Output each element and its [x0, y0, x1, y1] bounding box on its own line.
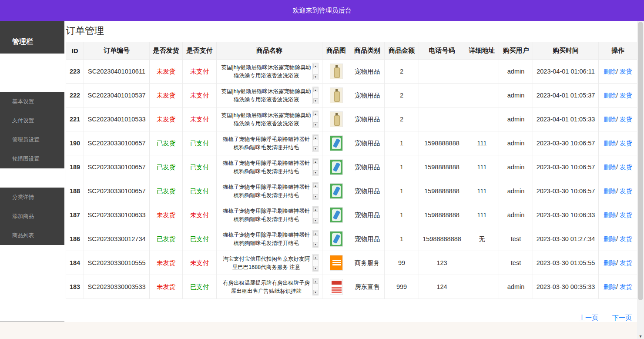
ship-link[interactable]: 发货	[620, 164, 632, 171]
product-name-box[interactable]: 淘宝支付宝信用代拍闲鱼京东好友阿里巴巴1688代商务服务 注意▲▼	[220, 254, 319, 272]
amount-cell: 2	[385, 60, 419, 84]
scroll-down-icon[interactable]: ▼	[313, 122, 318, 127]
phone-cell: 1598888888	[419, 203, 465, 227]
product-name-box[interactable]: 猫梳子宠物专用除浮毛刷撸猫神器针梳狗狗猫咪毛发清理开结毛▲▼	[220, 206, 319, 224]
ship-link[interactable]: 发货	[620, 188, 632, 195]
sidebar-item-admin-settings[interactable]: 管理员设置	[0, 130, 64, 149]
sidebar-item-product-management[interactable]: 商品管理	[0, 168, 64, 188]
scroll-up-icon[interactable]: ▲	[313, 135, 318, 140]
sidebar-item-product-list[interactable]: 商品列表	[0, 226, 64, 245]
product-name-box[interactable]: 英国jhly银渐层猫咪沐浴露宠物除臭幼猫洗澡专用浴液香波洗浴液▲▼	[220, 63, 319, 80]
scroll-up-icon[interactable]: ▲	[313, 111, 318, 116]
category-cell: 宠物用品	[350, 84, 385, 107]
table-body: 223SC20230401010611未发货未支付英国jhly银渐层猫咪沐浴露宠…	[66, 60, 637, 299]
scroll-up-icon[interactable]: ▲	[313, 159, 318, 164]
actions-cell: 删除/ 发货	[599, 131, 637, 155]
scroll-up-icon[interactable]: ▲	[313, 255, 318, 260]
order-id-cell: 183	[66, 275, 84, 299]
scroll-down-icon[interactable]: ▼	[313, 266, 318, 271]
sidebar-item-payment-settings[interactable]: 支付设置	[0, 111, 64, 130]
scroll-up-icon[interactable]: ▲	[313, 207, 318, 212]
scroll-up-icon[interactable]: ▲	[313, 279, 318, 284]
user-cell: admin	[499, 84, 533, 107]
sidebar-item-add-product[interactable]: 添加商品	[0, 207, 64, 226]
pay-status-cell: 未支付	[183, 84, 217, 107]
scrollbar-thumb[interactable]	[638, 22, 643, 300]
delete-link[interactable]: 删除	[604, 164, 616, 171]
scroll-down-icon[interactable]: ▼	[313, 242, 318, 247]
vertical-scrollbar[interactable]: ▼	[637, 21, 644, 339]
ship-link[interactable]: 发货	[620, 211, 632, 218]
textarea-scrollbar[interactable]: ▲▼	[312, 134, 319, 152]
product-name-box[interactable]: 英国jhly银渐层猫咪沐浴露宠物除臭幼猫洗澡专用浴液香波洗浴液▲▼	[220, 111, 319, 128]
order-id-cell: 186	[66, 227, 84, 251]
product-name-box[interactable]: 有房出租温馨提示牌有房出租牌子房屋出租出售广告贴纸标识挂牌▲▼	[220, 278, 319, 295]
product-name-cell: 猫梳子宠物专用除浮毛刷撸猫神器针梳狗狗猫咪毛发清理开结毛▲▼	[217, 203, 322, 227]
order-number-cell: SC20230330100633	[84, 203, 150, 227]
phone-cell: 124	[419, 275, 465, 299]
textarea-scrollbar[interactable]: ▲▼	[312, 278, 319, 295]
scroll-down-icon[interactable]: ▼	[313, 170, 318, 175]
address-cell	[465, 107, 499, 131]
delete-link[interactable]: 删除	[604, 188, 616, 195]
ship-status-cell: 未发货	[150, 84, 183, 107]
delete-link[interactable]: 删除	[604, 283, 616, 290]
textarea-scrollbar[interactable]: ▲▼	[312, 206, 319, 224]
delete-link[interactable]: 删除	[604, 235, 616, 242]
category-cell: 宠物用品	[350, 131, 385, 155]
scroll-down-icon[interactable]: ▼	[313, 98, 318, 103]
delete-link[interactable]: 删除	[604, 140, 616, 147]
sidebar-item-overview[interactable]: 整体详情	[0, 54, 64, 73]
textarea-scrollbar[interactable]: ▲▼	[312, 182, 319, 200]
row-actions: 删除/ 发货	[604, 68, 632, 75]
content-area: 订单管理 ID订单编号是否发货是否支付商品名称商品图商品类别商品金额电话号码详细…	[64, 21, 644, 322]
product-name-box[interactable]: 英国jhly银渐层猫咪沐浴露宠物除臭幼猫洗澡专用浴液香波洗浴液▲▼	[220, 87, 319, 104]
ship-link[interactable]: 发货	[620, 283, 632, 290]
product-name-cell: 英国jhly银渐层猫咪沐浴露宠物除臭幼猫洗澡专用浴液香波洗浴液▲▼	[217, 84, 322, 107]
textarea-scrollbar[interactable]: ▲▼	[312, 63, 319, 80]
scroll-up-icon[interactable]: ▲	[313, 64, 318, 68]
product-name-text: 英国jhly银渐层猫咪沐浴露宠物除臭幼猫洗澡专用浴液香波洗浴液	[220, 87, 312, 104]
delete-link[interactable]: 删除	[604, 211, 616, 218]
ship-link[interactable]: 发货	[620, 259, 632, 266]
scroll-up-icon[interactable]: ▲	[313, 87, 318, 92]
product-name-box[interactable]: 猫梳子宠物专用除浮毛刷撸猫神器针梳狗狗猫咪毛发清理开结毛▲▼	[220, 158, 319, 176]
product-name-box[interactable]: 猫梳子宠物专用除浮毛刷撸猫神器针梳狗狗猫咪毛发清理开结毛▲▼	[220, 134, 319, 152]
delete-link[interactable]: 删除	[604, 259, 616, 266]
textarea-scrollbar[interactable]: ▲▼	[312, 111, 319, 128]
order-id-cell: 187	[66, 203, 84, 227]
product-name-box[interactable]: 猫梳子宠物专用除浮毛刷撸猫神器针梳狗狗猫咪毛发清理开结毛▲▼	[220, 230, 319, 248]
prev-page-link[interactable]: 上一页	[579, 314, 598, 322]
ship-link[interactable]: 发货	[620, 68, 632, 75]
ship-status-cell: 未发货	[150, 60, 183, 84]
scroll-up-icon[interactable]: ▲	[313, 231, 318, 236]
textarea-scrollbar[interactable]: ▲▼	[312, 158, 319, 176]
scroll-down-icon[interactable]: ▼	[313, 74, 318, 79]
product-name-cell: 英国jhly银渐层猫咪沐浴露宠物除臭幼猫洗澡专用浴液香波洗浴液▲▼	[217, 107, 322, 131]
textarea-scrollbar[interactable]: ▲▼	[312, 254, 319, 272]
scroll-down-icon[interactable]: ▼	[313, 290, 318, 295]
scroll-down-icon[interactable]: ▼	[313, 146, 318, 151]
ship-link[interactable]: 发货	[620, 235, 632, 242]
sidebar-item-carousel-settings[interactable]: 轮播图设置	[0, 149, 64, 168]
delete-link[interactable]: 删除	[604, 116, 616, 123]
scrollbar-down-icon[interactable]: ▼	[637, 334, 644, 339]
product-name-box[interactable]: 猫梳子宠物专用除浮毛刷撸猫神器针梳狗狗猫咪毛发清理开结毛▲▼	[220, 182, 319, 200]
scroll-down-icon[interactable]: ▼	[313, 218, 318, 223]
product-image-comb	[330, 207, 343, 223]
ship-link[interactable]: 发货	[620, 140, 632, 147]
category-cell: 宠物用品	[350, 227, 385, 251]
sidebar-item-order-management[interactable]: 订单管理	[0, 245, 64, 264]
textarea-scrollbar[interactable]: ▲▼	[312, 230, 319, 248]
ship-link[interactable]: 发货	[620, 116, 632, 123]
product-name-text: 猫梳子宠物专用除浮毛刷撸猫神器针梳狗狗猫咪毛发清理开结毛	[220, 182, 312, 200]
row-actions: 删除/ 发货	[604, 259, 632, 266]
scroll-up-icon[interactable]: ▲	[313, 183, 318, 188]
textarea-scrollbar[interactable]: ▲▼	[312, 87, 319, 104]
scroll-down-icon[interactable]: ▼	[313, 194, 318, 199]
phone-cell	[419, 60, 465, 84]
next-page-link[interactable]: 下一页	[612, 314, 632, 322]
delete-link[interactable]: 删除	[604, 92, 616, 99]
delete-link[interactable]: 删除	[604, 68, 616, 75]
ship-link[interactable]: 发货	[620, 92, 632, 99]
